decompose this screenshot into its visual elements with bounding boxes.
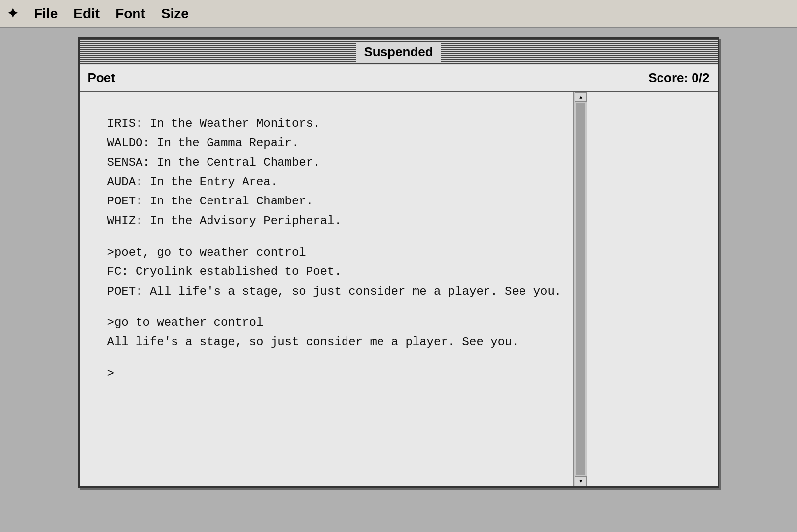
game-content[interactable]: IRIS: In the Weather Monitors.WALDO: In …: [80, 92, 574, 486]
content-spacer: [107, 231, 562, 243]
window-title: Suspended: [356, 42, 441, 62]
content-line: POET: All life's a stage, so just consid…: [107, 282, 562, 301]
content-line: >poet, go to weather control: [107, 243, 562, 263]
score-display: Score: 0/2: [648, 70, 709, 86]
scroll-thumb[interactable]: [576, 103, 585, 475]
menu-bar: ✦ File Edit Font Size: [0, 0, 797, 28]
scroll-up-button[interactable]: ▲: [575, 92, 587, 102]
content-line: IRIS: In the Weather Monitors.: [107, 114, 562, 133]
scroll-bar[interactable]: ▲ ▼: [573, 92, 587, 486]
content-line: POET: In the Central Chamber.: [107, 192, 562, 211]
content-line: FC: Cryolink established to Poet.: [107, 262, 562, 282]
apple-menu[interactable]: ✦: [4, 4, 21, 23]
content-spacer: [107, 102, 562, 114]
title-bar: Suspended: [80, 39, 718, 65]
font-menu[interactable]: Font: [112, 5, 148, 23]
content-line: SENSA: In the Central Chamber.: [107, 153, 562, 172]
game-title-label: Poet: [88, 70, 115, 86]
prompt-line[interactable]: >: [107, 364, 562, 384]
prompt-char: >: [107, 364, 114, 384]
content-line: All life's a stage, so just consider me …: [107, 332, 562, 352]
content-line: >go to weather control: [107, 313, 562, 332]
scroll-down-button[interactable]: ▼: [575, 476, 587, 486]
edit-menu[interactable]: Edit: [70, 5, 103, 23]
file-menu[interactable]: File: [31, 5, 61, 23]
content-spacer: [107, 352, 562, 364]
window-body: IRIS: In the Weather Monitors.WALDO: In …: [80, 92, 718, 486]
content-line: AUDA: In the Entry Area.: [107, 172, 562, 192]
game-window: Suspended Poet Score: 0/2 IRIS: In the W…: [78, 37, 719, 488]
size-menu[interactable]: Size: [158, 5, 192, 23]
info-bar: Poet Score: 0/2: [80, 65, 718, 92]
content-line: WALDO: In the Gamma Repair.: [107, 133, 562, 153]
desktop: Suspended Poet Score: 0/2 IRIS: In the W…: [0, 28, 797, 532]
content-spacer: [107, 301, 562, 313]
content-line: WHIZ: In the Advisory Peripheral.: [107, 211, 562, 231]
